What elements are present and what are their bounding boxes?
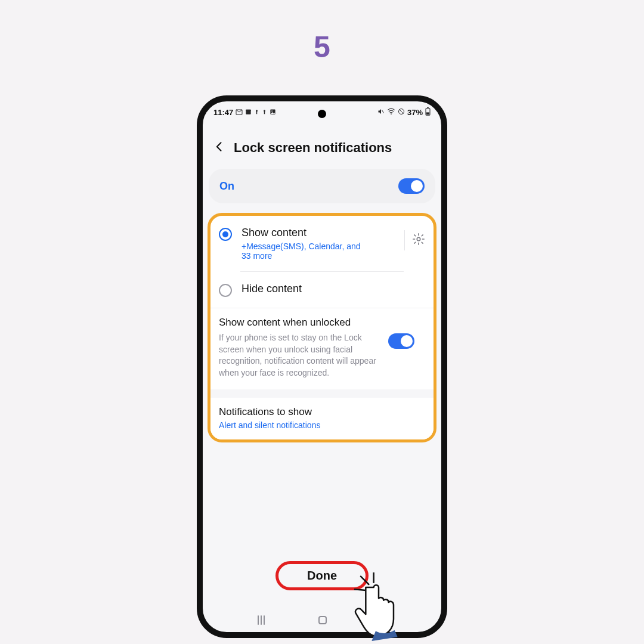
master-toggle-switch[interactable] bbox=[398, 178, 425, 194]
option-show-content-title: Show content bbox=[242, 227, 395, 239]
mute-icon bbox=[377, 108, 385, 117]
section-gap bbox=[210, 389, 434, 398]
option-hide-content[interactable]: Hide content bbox=[210, 272, 434, 308]
svg-point-15 bbox=[417, 237, 420, 241]
notifications-to-show-row[interactable]: Notifications to show Alert and silent n… bbox=[210, 398, 434, 439]
page-header: Lock screen notifications bbox=[203, 120, 441, 169]
camera-cutout bbox=[318, 110, 326, 118]
gmail-icon bbox=[236, 109, 243, 117]
svg-rect-14 bbox=[426, 112, 429, 114]
unlocked-title: Show content when unlocked bbox=[219, 317, 380, 329]
option-hide-content-title: Hide content bbox=[242, 283, 425, 295]
unlocked-toggle-switch[interactable] bbox=[388, 333, 414, 349]
key-icon bbox=[254, 109, 259, 117]
radio-hide-content[interactable] bbox=[219, 284, 232, 297]
highlighted-options-group: Show content +Message(SMS), Calendar, an… bbox=[208, 213, 436, 442]
done-button-highlight: Done bbox=[275, 561, 369, 590]
back-nav-icon[interactable] bbox=[377, 614, 386, 626]
battery-icon bbox=[425, 107, 431, 117]
key-icon bbox=[262, 109, 267, 117]
svg-point-9 bbox=[391, 113, 392, 114]
master-toggle-row[interactable]: On bbox=[209, 169, 435, 203]
done-button[interactable]: Done bbox=[307, 569, 337, 582]
phone-frame: 11:47 bbox=[197, 95, 447, 638]
status-time: 11:47 bbox=[213, 108, 233, 117]
android-nav-bar bbox=[203, 614, 441, 626]
notifications-to-show-title: Notifications to show bbox=[219, 406, 425, 418]
step-number: 5 bbox=[314, 30, 330, 64]
svg-line-11 bbox=[399, 110, 403, 114]
svg-line-8 bbox=[382, 110, 383, 113]
svg-rect-13 bbox=[427, 107, 429, 108]
radio-show-content[interactable] bbox=[219, 228, 232, 241]
svg-rect-3 bbox=[256, 111, 258, 114]
wifi-icon bbox=[387, 108, 395, 117]
svg-rect-1 bbox=[246, 109, 251, 110]
calendar-icon bbox=[245, 109, 252, 117]
svg-rect-5 bbox=[264, 111, 265, 114]
divider-vertical bbox=[404, 230, 405, 250]
master-toggle-label: On bbox=[219, 180, 234, 193]
svg-point-7 bbox=[271, 110, 273, 112]
svg-point-2 bbox=[256, 110, 258, 112]
no-data-icon bbox=[398, 108, 405, 117]
back-icon[interactable] bbox=[213, 141, 225, 155]
notifications-to-show-value: Alert and silent notifications bbox=[219, 420, 425, 430]
home-icon[interactable] bbox=[318, 616, 327, 624]
svg-point-4 bbox=[264, 110, 265, 112]
show-content-when-unlocked-row[interactable]: Show content when unlocked If your phone… bbox=[210, 308, 434, 389]
image-icon bbox=[270, 109, 276, 117]
gear-icon[interactable] bbox=[412, 233, 425, 248]
option-show-content-subtitle: +Message(SMS), Calendar, and 33 more bbox=[242, 242, 367, 261]
recents-icon[interactable] bbox=[258, 615, 268, 625]
page-title: Lock screen notifications bbox=[234, 140, 392, 156]
option-show-content[interactable]: Show content +Message(SMS), Calendar, an… bbox=[210, 216, 434, 271]
unlocked-description: If your phone is set to stay on the Lock… bbox=[219, 332, 380, 379]
battery-percentage: 37% bbox=[407, 108, 423, 117]
